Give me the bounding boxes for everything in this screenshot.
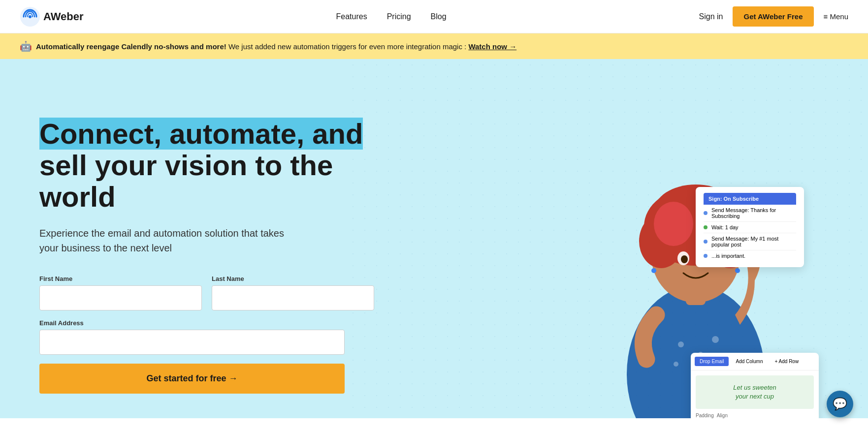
sign-in-link[interactable]: Sign in xyxy=(699,12,723,21)
hero-visual: Sign: On Subscribe Send Message: Thanks … xyxy=(582,89,829,418)
watch-now-link[interactable]: Watch now → xyxy=(468,42,516,51)
last-name-field: Last Name xyxy=(212,275,374,310)
logo-link[interactable]: AWeber xyxy=(20,6,84,27)
name-form-row: First Name Last Name xyxy=(39,275,374,310)
ui-dot-1 xyxy=(704,211,707,215)
chat-bubble-icon: 💬 xyxy=(833,397,847,411)
ui-row-text-2: Wait: 1 day xyxy=(711,224,739,230)
tab-drop-email[interactable]: Drop Email xyxy=(695,357,729,366)
banner-bold-text: Automatically reengage Calendly no-shows… xyxy=(36,42,226,51)
menu-button[interactable]: ≡ Menu xyxy=(824,12,848,21)
tab-add-column[interactable]: Add Column xyxy=(731,357,768,366)
chat-bubble[interactable]: 💬 xyxy=(827,391,853,417)
get-started-button[interactable]: Get started for free → xyxy=(39,364,345,394)
align-label: Align xyxy=(717,413,728,418)
email-field-container: Email Address xyxy=(39,319,374,355)
hero-title-line2: sell your vision to the world xyxy=(39,149,333,213)
nav-features[interactable]: Features xyxy=(336,12,367,21)
svg-point-23 xyxy=(674,362,678,367)
padding-control: Padding xyxy=(696,413,714,418)
ui-row-text-3: Send Message: My #1 most popular post xyxy=(711,236,796,247)
ui-dot-4 xyxy=(704,254,707,258)
hero-content: Connect, automate, and sell your vision … xyxy=(39,98,374,394)
ui-card-header: Sign: On Subscribe xyxy=(704,193,796,205)
announcement-banner: 🤖 Automatically reengage Calendly no-sho… xyxy=(0,33,868,59)
banner-text: Automatically reengage Calendly no-shows… xyxy=(36,42,516,51)
svg-point-1 xyxy=(29,15,32,18)
ui-card-row-1: Send Message: Thanks for Subscribing xyxy=(704,205,796,222)
hero-title-highlight: Connect, automate, and xyxy=(39,118,363,150)
ui-card-row-4: ...is important. xyxy=(704,250,796,261)
banner-robot-icon: 🤖 xyxy=(20,40,32,52)
first-name-input[interactable] xyxy=(39,285,202,310)
tab-add-row[interactable]: + Add Row xyxy=(770,357,804,366)
svg-point-9 xyxy=(654,202,693,246)
nav-pricing[interactable]: Pricing xyxy=(387,12,411,21)
ui-card-automation: Sign: On Subscribe Send Message: Thanks … xyxy=(696,187,804,267)
email-label: Email Address xyxy=(39,319,374,327)
nav-links: Features Pricing Blog xyxy=(336,12,447,21)
svg-point-20 xyxy=(678,341,684,347)
email-content-preview: Let us sweetenyour next cup xyxy=(696,375,814,409)
last-name-input[interactable] xyxy=(212,285,374,310)
hero-section: Connect, automate, and sell your vision … xyxy=(0,59,868,418)
ui-card-controls: Padding Align xyxy=(696,413,814,418)
email-input[interactable] xyxy=(39,330,345,355)
ui-card-tabs: Drop Email Add Column + Add Row xyxy=(691,353,819,370)
ui-row-text-4: ...is important. xyxy=(711,253,745,259)
hero-subtitle: Experience the email and automation solu… xyxy=(39,226,305,255)
ui-card-email-editor: Drop Email Add Column + Add Row Let us s… xyxy=(691,353,819,418)
logo-text: AWeber xyxy=(43,10,84,23)
ui-row-text-1: Send Message: Thanks for Subscribing xyxy=(711,207,796,219)
padding-label: Padding xyxy=(696,413,714,418)
ui-dot-3 xyxy=(704,240,707,244)
navbar: AWeber Features Pricing Blog Sign in Get… xyxy=(0,0,868,33)
aweber-logo-icon xyxy=(20,6,40,27)
ui-card-row-2: Wait: 1 day xyxy=(704,222,796,233)
hero-title: Connect, automate, and sell your vision … xyxy=(39,118,374,212)
align-control: Align xyxy=(717,413,728,418)
last-name-label: Last Name xyxy=(212,275,374,282)
first-name-label: First Name xyxy=(39,275,202,282)
get-aweber-free-button[interactable]: Get AWeber Free xyxy=(733,6,813,27)
ui-card-row-3: Send Message: My #1 most popular post xyxy=(704,233,796,250)
first-name-field: First Name xyxy=(39,275,202,310)
svg-point-22 xyxy=(712,336,719,343)
svg-point-13 xyxy=(681,255,688,263)
svg-point-19 xyxy=(735,268,740,273)
banner-regular-text: We just added new automation triggers fo… xyxy=(228,42,466,51)
nav-blog[interactable]: Blog xyxy=(431,12,447,21)
ui-dot-2 xyxy=(704,225,707,229)
ui-card-body: Let us sweetenyour next cup Padding Alig… xyxy=(691,370,819,418)
nav-cta-group: Sign in Get AWeber Free ≡ Menu xyxy=(699,6,848,27)
svg-point-18 xyxy=(651,268,656,273)
